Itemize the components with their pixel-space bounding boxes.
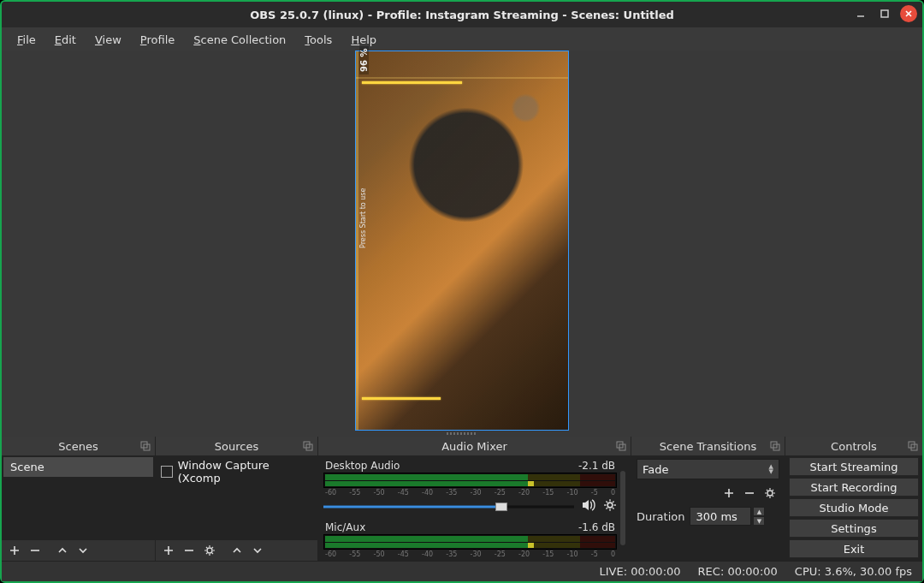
transition-selected-label: Fade — [643, 463, 669, 476]
transitions-dock-title: Scene Transitions — [631, 437, 785, 455]
chevron-updown-icon: ▲▼ — [769, 464, 773, 474]
scenes-list[interactable]: Scene — [2, 455, 155, 540]
mixer-dock-title: Audio Mixer — [318, 437, 631, 455]
menubar: File Edit View Profile Scene Collection … — [2, 27, 922, 51]
sources-list[interactable]: Window Capture (Xcomp — [156, 455, 317, 540]
preview-overlay-bar — [362, 81, 462, 84]
speaker-icon[interactable] — [581, 498, 596, 515]
controls-title-label: Controls — [831, 440, 877, 453]
menu-edit[interactable]: Edit — [48, 31, 83, 49]
mixer-channel: Mic/Aux -1.6 dB -60-55-50-45-40-35-30-25… — [323, 519, 617, 561]
remove-source-button[interactable] — [180, 542, 198, 559]
source-item-label: Window Capture (Xcomp — [178, 459, 312, 485]
titlebar: OBS 25.0.7 (linux) - Profile: Instagram … — [2, 2, 922, 27]
sources-dock: Sources Window Capture (Xcomp — [156, 437, 318, 561]
preview-overlay-bar — [362, 397, 441, 400]
source-item[interactable]: Window Capture (Xcomp — [156, 455, 317, 488]
source-properties-button[interactable] — [200, 542, 219, 559]
status-rec: REC: 00:00:00 — [698, 565, 778, 578]
close-button[interactable] — [900, 5, 917, 22]
duration-input[interactable] — [690, 507, 751, 526]
spin-down-button[interactable]: ▼ — [753, 516, 765, 526]
menu-file[interactable]: File — [10, 31, 43, 49]
channel-meter — [323, 534, 617, 550]
app-window: OBS 25.0.7 (linux) - Profile: Instagram … — [0, 0, 924, 583]
add-transition-button[interactable] — [720, 485, 738, 502]
duration-label: Duration — [637, 510, 684, 523]
svg-point-11 — [607, 503, 613, 508]
svg-point-8 — [207, 548, 212, 553]
scenes-dock-title: Scenes — [2, 437, 155, 455]
maximize-button[interactable] — [876, 5, 893, 22]
visibility-toggle-icon[interactable] — [161, 466, 173, 478]
svg-rect-1 — [881, 10, 888, 17]
menu-profile[interactable]: Profile — [133, 31, 181, 49]
channel-settings-icon[interactable] — [603, 498, 617, 515]
duration-spinbox[interactable]: ▲ ▼ — [690, 507, 765, 526]
channel-name: Desktop Audio — [325, 460, 400, 472]
speaker-muted-icon[interactable] — [581, 560, 596, 561]
transitions-dock: Scene Transitions Fade ▲▼ Duration — [631, 437, 785, 561]
spin-up-button[interactable]: ▲ — [753, 507, 765, 516]
transitions-body: Fade ▲▼ Duration ▲ — [631, 455, 785, 561]
sources-dock-title: Sources — [156, 437, 317, 455]
move-source-up-button[interactable] — [228, 542, 246, 559]
popout-icon[interactable] — [139, 440, 151, 452]
channel-settings-icon[interactable] — [603, 560, 617, 561]
channel-db: -1.6 dB — [578, 521, 615, 533]
svg-point-15 — [767, 491, 773, 496]
minimize-button[interactable] — [852, 5, 869, 22]
controls-dock: Controls Start Streaming Start Recording… — [785, 437, 922, 561]
volume-slider[interactable] — [323, 501, 574, 513]
start-recording-button[interactable]: Start Recording — [789, 478, 919, 497]
sources-toolbar — [156, 540, 317, 561]
mixer-channel: Desktop Audio -2.1 dB -60-55-50-45-40-35… — [323, 457, 617, 519]
remove-scene-button[interactable] — [26, 542, 44, 559]
channel-meter — [323, 473, 617, 488]
add-source-button[interactable] — [159, 542, 178, 559]
scene-item[interactable]: Scene — [3, 457, 153, 477]
mixer-title-label: Audio Mixer — [441, 440, 507, 453]
popout-icon[interactable] — [615, 440, 627, 452]
meter-scale: -60-55-50-45-40-35-30-25-20-15-10-50 — [323, 550, 617, 558]
menu-view[interactable]: View — [88, 31, 128, 49]
statusbar: LIVE: 00:00:00 REC: 00:00:00 CPU: 3.6%, … — [2, 561, 922, 581]
docks-row: Scenes Scene Sources — [2, 437, 922, 561]
preview-percent-label: 96 % — [359, 45, 369, 74]
popout-icon[interactable] — [907, 440, 919, 452]
preview-watermark: Press Start to use — [359, 187, 367, 247]
mixer-body: Desktop Audio -2.1 dB -60-55-50-45-40-35… — [318, 455, 631, 561]
controls-body: Start Streaming Start Recording Studio M… — [785, 455, 922, 561]
sources-title-label: Sources — [215, 440, 258, 453]
scenes-dock: Scenes Scene — [2, 437, 156, 561]
scenes-toolbar — [2, 540, 155, 561]
settings-button[interactable]: Settings — [789, 519, 919, 538]
popout-icon[interactable] — [769, 440, 781, 452]
move-scene-down-button[interactable] — [74, 542, 92, 559]
menu-tools[interactable]: Tools — [298, 31, 339, 49]
start-streaming-button[interactable]: Start Streaming — [789, 457, 919, 476]
transitions-title-label: Scene Transitions — [660, 440, 756, 453]
preview-area[interactable]: 96 % Press Start to use — [2, 51, 922, 430]
window-title: OBS 25.0.7 (linux) - Profile: Instagram … — [2, 9, 922, 21]
dock-splitter[interactable] — [2, 430, 922, 437]
add-scene-button[interactable] — [5, 542, 24, 559]
menu-scene-collection[interactable]: Scene Collection — [187, 31, 293, 49]
exit-button[interactable]: Exit — [789, 539, 919, 558]
move-scene-up-button[interactable] — [53, 542, 72, 559]
studio-mode-button[interactable]: Studio Mode — [789, 498, 919, 517]
meter-scale: -60-55-50-45-40-35-30-25-20-15-10-50 — [323, 489, 617, 497]
scenes-title-label: Scenes — [58, 440, 98, 453]
status-cpu: CPU: 3.6%, 30.00 fps — [795, 565, 912, 578]
controls-dock-title: Controls — [785, 437, 922, 455]
status-live: LIVE: 00:00:00 — [599, 565, 680, 578]
transition-properties-button[interactable] — [761, 485, 779, 502]
transition-select[interactable]: Fade ▲▼ — [637, 459, 779, 479]
popout-icon[interactable] — [302, 440, 314, 452]
audio-mixer-dock: Audio Mixer Desktop Audio -2.1 dB -60-55… — [318, 437, 631, 561]
preview-canvas[interactable]: 96 % Press Start to use — [356, 51, 569, 430]
channel-db: -2.1 dB — [578, 460, 615, 472]
move-source-down-button[interactable] — [248, 542, 267, 559]
remove-transition-button[interactable] — [740, 485, 759, 502]
mixer-scrollbar[interactable] — [617, 455, 629, 561]
